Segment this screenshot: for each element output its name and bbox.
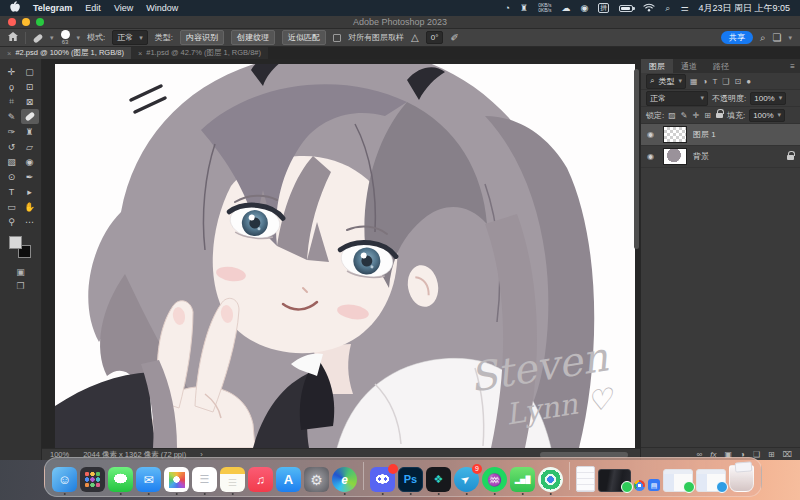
input-method-badge[interactable]: 拼 [598, 3, 609, 13]
gradient-tool[interactable]: ▧ [3, 154, 21, 169]
tab-close-icon[interactable]: × [138, 49, 142, 58]
opacity-dropdown[interactable]: 100% ▾ [750, 92, 786, 105]
dock-edge[interactable]: e [332, 467, 357, 492]
filter-pixel-layers-icon[interactable]: ▦ [690, 77, 698, 86]
filter-pin-icon[interactable]: ● [746, 77, 751, 86]
tab-channels[interactable]: 通道 [673, 59, 705, 73]
blur-tool[interactable]: ◉ [21, 154, 39, 169]
lock-artboard-icon[interactable]: ⊞ [704, 111, 711, 120]
lock-move-icon[interactable]: ✛ [693, 111, 700, 120]
move-tool[interactable]: ✛ [3, 64, 21, 79]
dock-trash[interactable] [729, 465, 754, 492]
dock-window-preview-2[interactable] [696, 469, 726, 492]
dock-blue-mini[interactable]: ▤ [648, 479, 660, 492]
tool-preset-icon[interactable] [33, 32, 43, 43]
proximity-match-button[interactable]: 近似匹配 [282, 30, 326, 45]
document-tab-inactive[interactable]: × #1.psd @ 42.7% (图层 1, RGB/8#) [131, 47, 268, 59]
dock-chrome-mini[interactable] [634, 480, 645, 492]
screen-mode-icon[interactable]: ❐ [16, 281, 25, 291]
dock-messages[interactable] [108, 467, 133, 492]
dodge-tool[interactable]: ⊙ [3, 169, 21, 184]
dock-photoshop[interactable]: Ps [398, 467, 423, 492]
menu-edit[interactable]: Edit [85, 3, 101, 13]
angle-input[interactable]: 0° [426, 31, 444, 44]
spotlight-search-icon[interactable]: ⌕ [665, 3, 670, 14]
document-canvas[interactable]: Steven Lynn ♡ [55, 64, 635, 448]
shape-tool[interactable]: ▭ [3, 199, 21, 214]
gauge-status-icon[interactable]: ◔ [505, 3, 510, 13]
mode-dropdown[interactable]: 正常 ▾ [112, 30, 148, 45]
home-icon[interactable] [8, 32, 18, 43]
filter-smart-objects-icon[interactable]: ⊡ [734, 77, 741, 86]
dock-green-bars-app[interactable]: ▂▅█ [510, 467, 535, 492]
lasso-tool[interactable]: ϙ [3, 79, 21, 94]
share-button[interactable]: 共享 [721, 31, 753, 44]
dock-app-store[interactable]: A [276, 467, 301, 492]
layer-name[interactable]: 图层 1 [693, 129, 716, 140]
more-tools[interactable]: ⋯ [21, 214, 39, 229]
blend-mode-dropdown[interactable]: 正常 ▾ [646, 91, 708, 106]
filter-kind-dropdown[interactable]: ⌕ 类型 ▾ [646, 74, 686, 89]
control-center-icon[interactable]: ⚌ [680, 3, 688, 13]
dock-system-settings[interactable]: ⚙ [304, 467, 329, 492]
eyedropper-tool[interactable]: ✎ [3, 109, 21, 124]
dock-discord[interactable] [370, 467, 395, 492]
layer-thumbnail[interactable] [663, 126, 687, 143]
dock-spotify[interactable]: ♒ [482, 467, 507, 492]
dock-music[interactable]: ♫ [248, 467, 273, 492]
pressure-icon[interactable]: ✐ [450, 32, 458, 43]
path-selection-tool[interactable]: ▸ [21, 184, 39, 199]
visibility-eye-icon[interactable]: ◉ [647, 152, 657, 161]
crop-tool[interactable]: ⌗ [3, 94, 21, 109]
history-brush-tool[interactable]: ↺ [3, 139, 21, 154]
filter-type-layers-icon[interactable]: T [712, 77, 717, 86]
hand-tool[interactable]: ✋ [21, 199, 39, 214]
clone-stamp-tool[interactable]: ♜ [21, 124, 39, 139]
content-aware-button[interactable]: 内容识别 [180, 30, 224, 45]
dock-window-preview-1[interactable] [663, 469, 693, 492]
quick-mask-icon[interactable]: ▣ [16, 267, 25, 277]
canvas-area[interactable]: Steven Lynn ♡ [42, 59, 640, 448]
apple-menu-icon[interactable] [10, 1, 20, 15]
sample-all-layers-checkbox[interactable] [333, 34, 341, 42]
create-texture-button[interactable]: 创建纹理 [231, 30, 275, 45]
dock-telegram[interactable]: ➤9 [454, 467, 479, 492]
object-selection-tool[interactable]: ⊡ [21, 79, 39, 94]
dock-mail[interactable]: ✉ [136, 467, 161, 492]
menu-window[interactable]: Window [146, 3, 178, 13]
menu-app-name[interactable]: Telegram [33, 3, 72, 13]
layer-name[interactable]: 背景 [693, 151, 709, 162]
dock-photos[interactable] [164, 467, 189, 492]
delete-layer-icon[interactable]: ⌧ [783, 450, 792, 459]
dock-notes[interactable]: ☰ [220, 467, 245, 492]
brush-picker-chevron-icon[interactable]: ▾ [77, 34, 81, 42]
dock-dark-teal-app[interactable]: ❖ [426, 467, 451, 492]
eraser-tool[interactable]: ▱ [21, 139, 39, 154]
new-layer-icon[interactable]: ⊞ [768, 450, 775, 459]
wifi-icon[interactable] [643, 3, 655, 14]
brush-size-preview[interactable]: 63 [61, 30, 70, 45]
zoom-tool[interactable]: ⚲ [3, 214, 21, 229]
type-tool[interactable]: T [3, 184, 21, 199]
spot-healing-brush-tool[interactable] [21, 109, 39, 124]
lock-paint-icon[interactable]: ✎ [681, 111, 688, 120]
fill-dropdown[interactable]: 100% ▾ [749, 109, 785, 122]
brush-tool[interactable]: ✑ [3, 124, 21, 139]
vpn-status-icon[interactable]: ♜ [520, 3, 528, 13]
menu-bar-clock[interactable]: 4月23日 周日 上午9:05 [698, 2, 790, 15]
tool-preset-chevron-icon[interactable]: ▾ [50, 34, 54, 42]
lock-transparency-icon[interactable]: ▨ [668, 111, 676, 120]
pen-tool[interactable]: ✒ [21, 169, 39, 184]
panel-menu-icon[interactable]: ≡ [790, 59, 800, 73]
workspace-chevron-icon[interactable]: ▾ [788, 34, 792, 42]
tab-layers[interactable]: 图层 [641, 59, 673, 73]
tab-paths[interactable]: 路径 [705, 59, 737, 73]
lock-all-icon[interactable] [716, 110, 723, 120]
workspace-switcher-icon[interactable]: ❏ [773, 32, 782, 43]
frame-tool[interactable]: ⊠ [21, 94, 39, 109]
filter-shape-layers-icon[interactable]: ❑ [722, 77, 729, 86]
dock-green-circle-app[interactable] [538, 467, 563, 492]
layer-thumbnail[interactable] [663, 148, 687, 165]
dock-launchpad[interactable] [80, 467, 105, 492]
marquee-tool[interactable]: ▢ [21, 64, 39, 79]
